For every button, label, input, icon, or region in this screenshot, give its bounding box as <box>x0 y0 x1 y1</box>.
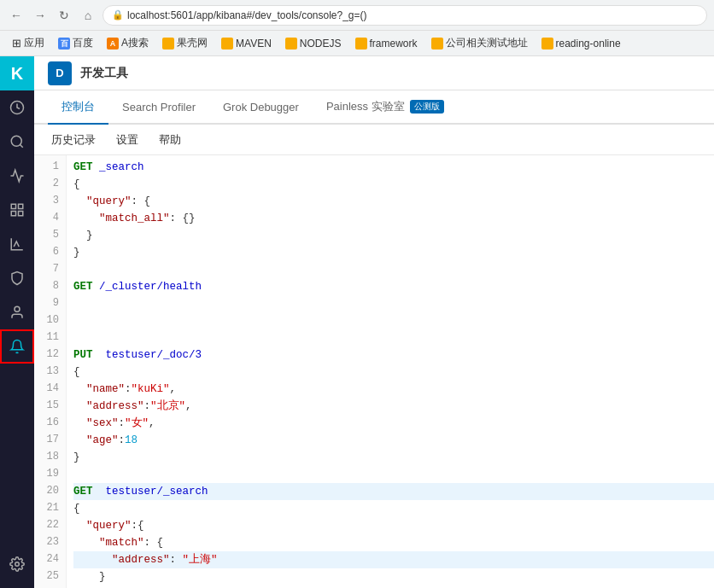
code-token: "match_all" <box>99 210 170 227</box>
editor-area[interactable]: 1234567891011121314151617181920212223242… <box>34 155 714 588</box>
code-line: "sex":"女", <box>73 415 714 432</box>
code-line: "match": { <box>73 534 714 551</box>
sidebar-item-timelion[interactable] <box>0 227 34 261</box>
history-button[interactable]: 历史记录 <box>48 131 99 149</box>
bookmark-asearch-label: A搜索 <box>121 36 149 50</box>
bookmark-framework-label: framework <box>370 38 418 49</box>
code-token <box>73 398 86 415</box>
code-token <box>93 159 100 176</box>
bookmark-baidu[interactable]: 百 百度 <box>53 34 98 52</box>
home-button[interactable]: ⌂ <box>79 6 97 25</box>
bookmark-framework[interactable]: framework <box>350 36 423 51</box>
code-token: , <box>170 381 177 398</box>
sidebar-item-monitoring[interactable] <box>0 261 34 295</box>
code-token: { <box>73 500 80 517</box>
app-container: K <box>0 56 714 588</box>
code-line: { <box>73 364 714 381</box>
code-lines[interactable]: GET _search{ "query": { "match_all": {} … <box>67 155 714 588</box>
line-number: 22 <box>34 517 66 534</box>
code-token: , <box>149 415 155 432</box>
sidebar-item-alerts[interactable] <box>0 329 34 364</box>
line-number: 12 <box>34 346 66 364</box>
line-number: 19 <box>34 466 66 483</box>
bookmark-maven[interactable]: MAVEN <box>216 36 277 51</box>
code-token: : { <box>144 534 164 551</box>
back-button[interactable]: ← <box>7 6 26 25</box>
code-token <box>73 534 99 551</box>
code-token <box>93 278 100 295</box>
refresh-button[interactable]: ↻ <box>55 6 73 25</box>
line-number: 20 <box>34 483 66 500</box>
code-token: "name" <box>86 381 125 398</box>
bookmark-asearch[interactable]: A A搜索 <box>102 34 154 52</box>
line-number: 21 <box>34 500 66 517</box>
code-token: "query" <box>86 517 132 534</box>
code-token: : <box>119 415 126 432</box>
maven-icon <box>221 38 233 49</box>
bookmarks-bar: ⊞ 应用 百 百度 A A搜索 果壳网 MAVEN NODEJS framewo… <box>0 31 714 56</box>
code-token <box>73 432 86 449</box>
bookmark-apps[interactable]: ⊞ 应用 <box>7 34 50 52</box>
code-token: } <box>73 568 106 585</box>
code-token <box>73 415 86 432</box>
code-token: "age" <box>86 432 119 449</box>
bookmark-baidu-label: 百度 <box>73 36 93 50</box>
code-line <box>73 261 714 278</box>
code-line: "query":{ <box>73 517 714 534</box>
bookmark-company[interactable]: 公司相关测试地址 <box>426 34 533 52</box>
line-number: 1 <box>34 159 66 176</box>
app-header: D 开发工具 <box>34 56 714 90</box>
app-title: 开发工具 <box>80 66 128 81</box>
kibana-logo-text: K <box>11 64 23 84</box>
sidebar-item-person[interactable] <box>0 295 34 329</box>
help-button[interactable]: 帮助 <box>155 131 184 149</box>
sidebar-item-settings[interactable] <box>0 547 34 581</box>
code-token: "match" <box>99 534 144 551</box>
settings-button[interactable]: 设置 <box>113 131 142 149</box>
code-token: { <box>73 176 80 193</box>
bookmark-nodejs[interactable]: NODEJS <box>280 36 347 51</box>
code-token: "女" <box>125 415 149 432</box>
line-number: 8 <box>34 278 66 295</box>
code-token: : <box>144 398 151 415</box>
tab-painless[interactable]: Painless 实验室 公测版 <box>313 90 458 125</box>
guoke-icon <box>162 38 174 49</box>
tabs-bar: 控制台 Search Profiler Grok Debugger Painle… <box>34 90 714 125</box>
code-token: : <box>119 432 126 449</box>
sidebar-logo[interactable]: K <box>0 56 34 90</box>
code-token: "address" <box>86 398 144 415</box>
line-number: 25 <box>34 568 66 585</box>
tab-search-profiler-label: Search Profiler <box>122 101 196 114</box>
code-token <box>73 193 86 210</box>
forward-button[interactable]: → <box>31 6 50 25</box>
code-token: "sex" <box>86 415 119 432</box>
code-line: "match_all": {} <box>73 210 714 227</box>
framework-icon <box>355 38 367 49</box>
code-token: "kuKi" <box>132 381 170 398</box>
address-text: localhost:5601/app/kibana#/dev_tools/con… <box>127 9 367 21</box>
code-token: : {} <box>170 210 196 227</box>
code-token: testuser/_doc/3 <box>106 346 202 364</box>
code-token: GET <box>73 483 93 500</box>
bookmark-guoke[interactable]: 果壳网 <box>157 34 213 52</box>
code-token: : { <box>132 193 151 210</box>
sidebar-item-discover[interactable] <box>0 125 34 159</box>
sidebar-item-clock[interactable] <box>0 90 34 125</box>
code-line: } <box>73 568 714 585</box>
beta-badge: 公测版 <box>410 100 444 114</box>
tab-console[interactable]: 控制台 <box>48 90 108 125</box>
baidu-icon: 百 <box>58 38 70 49</box>
code-token: _search <box>99 159 144 176</box>
sidebar-item-visualize[interactable] <box>0 159 34 193</box>
sidebar-item-dashboard[interactable] <box>0 193 34 227</box>
tab-search-profiler[interactable]: Search Profiler <box>108 90 209 125</box>
tab-painless-label: Painless 实验室 <box>326 99 405 114</box>
code-line: } <box>73 227 714 244</box>
code-token: 18 <box>125 432 138 449</box>
bookmark-reading[interactable]: reading-online <box>536 36 626 51</box>
address-bar[interactable]: 🔒 localhost:5601/app/kibana#/dev_tools/c… <box>102 5 707 26</box>
code-token: testuser/_search <box>106 483 208 500</box>
bookmark-company-label: 公司相关测试地址 <box>446 36 528 50</box>
tab-grok-debugger[interactable]: Grok Debugger <box>209 90 313 125</box>
code-token <box>93 483 106 500</box>
